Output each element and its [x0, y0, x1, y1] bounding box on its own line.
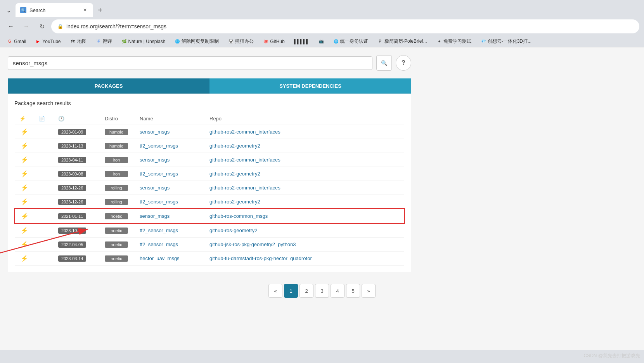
td-name: sensor_msgs [135, 125, 205, 139]
td-date: 2023-04-11 [54, 153, 100, 167]
bookmark-pole[interactable]: P 极简简历·PoleBrief... [375, 37, 429, 45]
clock-header-icon: 🕐 [58, 116, 64, 122]
bookmark-cxcloud[interactable]: 💎 创想云-一体化3D打... [478, 37, 534, 45]
search-icon: 🔍 [381, 60, 388, 66]
repo-link[interactable]: github-ros-geometry2 [209, 228, 258, 233]
pagination-prev[interactable]: « [268, 284, 282, 298]
td-name: hector_uav_msgs [135, 252, 205, 266]
lightning-icon: ⚡ [21, 198, 28, 205]
address-text: index.ros.org/search/?term=sensor_msgs [66, 23, 633, 30]
td-lightning: ⚡ [15, 195, 34, 209]
table-row: ⚡ 2023-03-14 noetic hector_uav_msgs gith… [15, 252, 404, 266]
bookmark-nature[interactable]: 🌿 Nature | Unsplash [119, 38, 168, 45]
name-link[interactable]: sensor_msgs [140, 185, 170, 191]
translate-favicon: 译 [96, 39, 101, 44]
reload-button[interactable]: ↻ [36, 20, 48, 33]
name-link[interactable]: sensor_msgs [140, 157, 170, 163]
tab-list-button[interactable]: ⌄ [3, 5, 14, 16]
search-input[interactable] [13, 60, 367, 66]
td-date: 2023-12-26 [54, 195, 100, 209]
distro-badge: rolling [105, 199, 128, 205]
name-link[interactable]: tf2_sensor_msgs [140, 228, 178, 233]
browser-tab-active[interactable]: 🔍 Search ✕ [16, 3, 93, 17]
name-link[interactable]: tf2_sensor_msgs [140, 143, 178, 149]
browser-window: ⌄ 🔍 Search ✕ + ← → ↻ 🔒 index.ros.org/sea… [0, 0, 644, 363]
td-name: tf2_sensor_msgs [135, 195, 205, 209]
system-dependencies-tab[interactable]: SYSTEM DEPENDENCIES [209, 78, 411, 94]
lightning-icon: ⚡ [21, 241, 28, 248]
td-distro: noetic [100, 252, 135, 266]
name-link[interactable]: tf2_sensor_msgs [140, 199, 178, 205]
address-bar[interactable]: 🔒 index.ros.org/search/?term=sensor_msgs [51, 19, 639, 33]
new-tab-button[interactable]: + [95, 5, 106, 16]
pagination-page-1[interactable]: 1 [284, 284, 298, 298]
name-link[interactable]: hector_uav_msgs [140, 255, 180, 261]
repo-link[interactable]: github-ros2-common_interfaces [209, 185, 280, 191]
search-button[interactable]: 🔍 [376, 55, 392, 71]
bookmark-translate[interactable]: 译 翻译 [93, 37, 114, 45]
repo-link[interactable]: github-ros2-geometry2 [209, 199, 260, 205]
bookmark-tv[interactable]: 📺 [316, 38, 326, 45]
repo-link[interactable]: github-ros-common_msgs [209, 213, 268, 219]
help-button[interactable]: ? [396, 55, 411, 71]
td-name: tf2_sensor_msgs [135, 223, 205, 238]
repo-link[interactable]: github-jsk-ros-pkg-geometry2_python3 [209, 241, 296, 247]
bookmark-youtube[interactable]: ▶ YouTube [33, 38, 63, 45]
distro-badge: humble [105, 129, 128, 135]
td-file [34, 195, 54, 209]
pagination-next[interactable]: » [362, 284, 376, 298]
bookmark-nature-label: Nature | Unsplash [128, 39, 166, 44]
repo-link[interactable]: github-tu-darmstadt-ros-pkg-hector_quadr… [209, 255, 312, 261]
bookmark-maps[interactable]: 🗺 地图 [68, 37, 89, 45]
bookmark-github[interactable]: 🐙 GitHub [261, 38, 287, 45]
th-name: Name [135, 113, 205, 125]
bookmark-uncopy[interactable]: 🌐 解除网页复制限制 [172, 37, 221, 45]
td-lightning: ⚡ [15, 167, 34, 181]
gmail-favicon: G [7, 39, 12, 44]
pagination-page-4[interactable]: 4 [331, 284, 345, 298]
bookmark-panda[interactable]: 🐼 熊猫办公 [226, 37, 256, 45]
bookmark-pole-label: 极简简历·PoleBrief... [384, 38, 427, 45]
lightning-icon: ⚡ [21, 142, 28, 149]
name-link[interactable]: sensor_msgs [140, 129, 170, 135]
name-link[interactable]: tf2_sensor_msgs [140, 171, 178, 177]
date-badge: 2023-12-26 [58, 185, 86, 191]
td-lightning: ⚡ [15, 153, 34, 167]
bookmark-free-learn-label: 免费学习测试 [443, 38, 471, 45]
td-date: 2023-11-13 [54, 139, 100, 153]
th-distro: Distro [100, 113, 135, 125]
td-file [34, 209, 54, 223]
name-link[interactable]: tf2_sensor_msgs [140, 241, 178, 247]
tv-favicon: 📺 [319, 39, 324, 44]
td-date: 2022-04-05 [54, 238, 100, 252]
td-name: tf2_sensor_msgs [135, 139, 205, 153]
bookmark-auth[interactable]: 🌐 统一身份认证 [331, 37, 370, 45]
td-lightning: ⚡ [15, 181, 34, 195]
back-button[interactable]: ← [5, 20, 17, 33]
bookmark-gmail[interactable]: G Gmail [5, 38, 28, 45]
nav-bar: ← → ↻ 🔒 index.ros.org/search/?term=senso… [0, 17, 644, 36]
td-distro: iron [100, 153, 135, 167]
pagination-page-2[interactable]: 2 [299, 284, 313, 298]
pagination-page-3[interactable]: 3 [315, 284, 329, 298]
packages-tab[interactable]: PACKAGES [8, 78, 209, 94]
tab-close-button[interactable]: ✕ [81, 7, 88, 14]
table-row: ⚡ 2023-01-09 humble sensor_msgs github-r… [15, 125, 404, 139]
bookmark-cxcloud-label: 创想云-一体化3D打... [488, 38, 531, 45]
repo-link[interactable]: github-ros2-common_interfaces [209, 129, 280, 135]
name-link[interactable]: sensor_msgs [140, 213, 170, 219]
repo-link[interactable]: github-ros2-geometry2 [209, 171, 260, 177]
date-badge: 2023-04-11 [58, 157, 86, 163]
pagination-page-5[interactable]: 5 [346, 284, 360, 298]
repo-link[interactable]: github-ros2-common_interfaces [209, 157, 280, 163]
td-distro: humble [100, 139, 135, 153]
table-row: ⚡ 2023-12-26 rolling tf2_sensor_msgs git… [15, 195, 404, 209]
forward-button[interactable]: → [20, 20, 33, 33]
th-lightning: ⚡ [15, 113, 34, 125]
bookmark-bar-icon[interactable]: ▌▌▌▌▌ [292, 38, 312, 45]
repo-link[interactable]: github-ros2-geometry2 [209, 143, 260, 149]
search-area: 🔍 ? [8, 55, 411, 71]
bookmark-free-learn[interactable]: ✦ 免费学习测试 [434, 37, 474, 45]
td-distro: noetic [100, 209, 135, 223]
distro-badge: iron [105, 157, 128, 163]
